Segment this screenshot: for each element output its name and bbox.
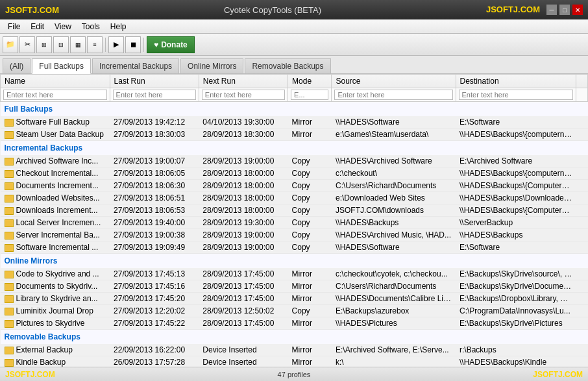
table-row[interactable]: Software Full Backup27/09/2013 19:42:120… xyxy=(1,116,588,129)
cell-mode: Copy xyxy=(288,217,332,229)
cell-lastrun: 27/09/2013 19:00:07 xyxy=(110,155,199,167)
menu-edit[interactable]: Edit xyxy=(25,21,49,32)
cell-name: Luminitix Journal Drop xyxy=(1,305,110,317)
table-row[interactable]: Pictures to Skydrive27/09/2013 17:45:222… xyxy=(1,317,588,330)
cell-name: Documents Increment... xyxy=(1,180,110,192)
toolbar-sep1 xyxy=(105,38,106,52)
cell-nextrun: 28/09/2013 19:00:00 xyxy=(199,229,288,241)
menu-file[interactable]: File xyxy=(3,21,25,32)
toolbar-new[interactable]: 📁 xyxy=(3,36,18,53)
col-header-nextrun: Next Run xyxy=(199,75,288,88)
table-row[interactable]: Library to Skydrive an...27/09/2013 17:4… xyxy=(1,293,588,305)
cell-source: k:\ xyxy=(332,356,456,367)
toolbar-copy[interactable]: ⊞ xyxy=(36,36,52,53)
donate-button[interactable]: ♥ Donate xyxy=(147,36,195,53)
close-button[interactable]: ✕ xyxy=(572,5,583,15)
folder-icon xyxy=(5,308,14,315)
toolbar: 📁 ✂ ⊞ ⊟ ▦ ≡ ▶ ◼ ♥ Donate xyxy=(0,34,588,56)
cell-nextrun: 28/09/2013 17:45:00 xyxy=(199,280,288,293)
table-row[interactable]: Kindle Backup26/09/2013 17:57:28Device I… xyxy=(1,356,588,367)
tab-all[interactable]: (All) xyxy=(3,58,31,73)
filter-nextrun-input[interactable] xyxy=(202,90,285,100)
cell-mode: Copy xyxy=(288,204,332,217)
filter-source-cell xyxy=(332,88,456,102)
table-row[interactable]: Local Server Incremen...27/09/2013 19:40… xyxy=(1,217,588,229)
cell-extra xyxy=(576,229,587,241)
tab-removable[interactable]: Removable Backups xyxy=(245,58,330,73)
cell-nextrun: 28/09/2013 18:00:00 xyxy=(199,192,288,204)
cell-nextrun: 04/10/2013 19:30:00 xyxy=(199,116,288,129)
filter-name-input[interactable] xyxy=(3,90,107,100)
folder-icon xyxy=(5,232,14,240)
filter-mode-cell xyxy=(288,88,332,102)
cell-mode: Mirror xyxy=(288,116,332,129)
toolbar-view2[interactable]: ≡ xyxy=(87,36,103,53)
table-row[interactable]: Downloads Increment...27/09/2013 18:06:5… xyxy=(1,204,588,217)
folder-icon xyxy=(5,207,14,215)
menu-view[interactable]: View xyxy=(49,21,77,32)
table-row[interactable]: Archived Software Inc...27/09/2013 19:00… xyxy=(1,155,588,167)
table-row[interactable]: Checkout Incremental...27/09/2013 18:06:… xyxy=(1,167,588,180)
table-row[interactable]: Steam User Data Backup27/09/2013 18:30:0… xyxy=(1,129,588,141)
table-row[interactable]: Documents Increment...27/09/2013 18:06:3… xyxy=(1,180,588,192)
table-row[interactable]: Downloaded Websites...27/09/2013 18:06:5… xyxy=(1,192,588,204)
col-header-dest: Destination xyxy=(456,75,576,88)
cell-lastrun: 27/09/2013 19:42:12 xyxy=(110,116,199,129)
table-row[interactable]: Server Incremental Ba...27/09/2013 19:00… xyxy=(1,229,588,241)
filter-dest-cell xyxy=(456,88,576,102)
toolbar-paste[interactable]: ⊟ xyxy=(53,36,69,53)
cell-name: Kindle Backup xyxy=(1,356,110,367)
tab-bar: (All) Full Backups Incremental Backups O… xyxy=(0,56,588,74)
cell-source: c:\checkout\ xyxy=(332,167,456,180)
table-row[interactable]: Documents to Skydriv...27/09/2013 17:45:… xyxy=(1,280,588,293)
table-row[interactable]: Software Incremental ...27/09/2013 19:09… xyxy=(1,241,588,254)
cell-dest: E:\Backups\SkyDrive\Pictures xyxy=(456,317,576,330)
toolbar-view1[interactable]: ▦ xyxy=(70,36,86,53)
menu-tools[interactable]: Tools xyxy=(77,21,105,32)
cell-extra xyxy=(576,241,587,254)
table-row[interactable]: External Backup22/09/2013 16:22:00Device… xyxy=(1,344,588,356)
folder-icon xyxy=(5,158,14,166)
tab-full-backups[interactable]: Full Backups xyxy=(32,58,91,74)
cell-mode: Mirror xyxy=(288,293,332,305)
cell-lastrun: 27/09/2013 17:45:22 xyxy=(110,317,199,330)
cell-mode: Mirror xyxy=(288,280,332,293)
minimize-button[interactable]: ─ xyxy=(546,5,557,15)
toolbar-cut[interactable]: ✂ xyxy=(19,36,35,53)
cell-extra xyxy=(576,268,587,280)
cell-dest: E:\Backups\SkyDrive\source\, E... xyxy=(456,268,576,280)
cell-lastrun: 27/09/2013 19:09:49 xyxy=(110,241,199,254)
cell-lastrun: 27/09/2013 19:40:00 xyxy=(110,217,199,229)
table-row[interactable]: Code to Skydrive and ...27/09/2013 17:45… xyxy=(1,268,588,280)
maximize-button[interactable]: □ xyxy=(559,5,570,15)
table-container[interactable]: Name Last Run Next Run Mode Source Desti… xyxy=(0,74,588,367)
cell-lastrun: 27/09/2013 12:20:02 xyxy=(110,305,199,317)
filter-dest-input[interactable] xyxy=(459,90,573,100)
cell-nextrun: 28/09/2013 19:00:00 xyxy=(199,155,288,167)
cell-dest: \\ServerBackup xyxy=(456,217,576,229)
folder-icon xyxy=(5,170,14,178)
cell-name: Code to Skydrive and ... xyxy=(1,268,110,280)
cell-source: \\HADES\Archived Software xyxy=(332,155,456,167)
cell-extra xyxy=(576,180,587,192)
tab-online-mirrors[interactable]: Online Mirrors xyxy=(180,58,243,73)
menu-help[interactable]: Help xyxy=(105,21,132,32)
filter-lastrun-input[interactable] xyxy=(113,90,196,100)
tab-incremental[interactable]: Incremental Backups xyxy=(92,58,179,73)
folder-icon xyxy=(5,295,14,303)
folder-icon xyxy=(5,320,14,328)
cell-extra xyxy=(576,317,587,330)
cell-name: Steam User Data Backup xyxy=(1,129,110,141)
folder-icon xyxy=(5,219,14,227)
toolbar-play[interactable]: ▶ xyxy=(108,36,124,53)
table-row[interactable]: Luminitix Journal Drop27/09/2013 12:20:0… xyxy=(1,305,588,317)
cell-lastrun: 27/09/2013 18:06:30 xyxy=(110,180,199,192)
filter-source-input[interactable] xyxy=(334,90,452,100)
folder-icon xyxy=(5,283,14,291)
cell-dest: \\HADES\Backups\Kindle xyxy=(456,356,576,367)
cell-dest: E:\Software xyxy=(456,241,576,254)
toolbar-stop[interactable]: ◼ xyxy=(125,36,141,53)
table-body: Full BackupsSoftware Full Backup27/09/20… xyxy=(1,102,588,367)
menu-bar: File Edit View Tools Help xyxy=(0,19,588,34)
filter-mode-input[interactable] xyxy=(291,90,328,100)
